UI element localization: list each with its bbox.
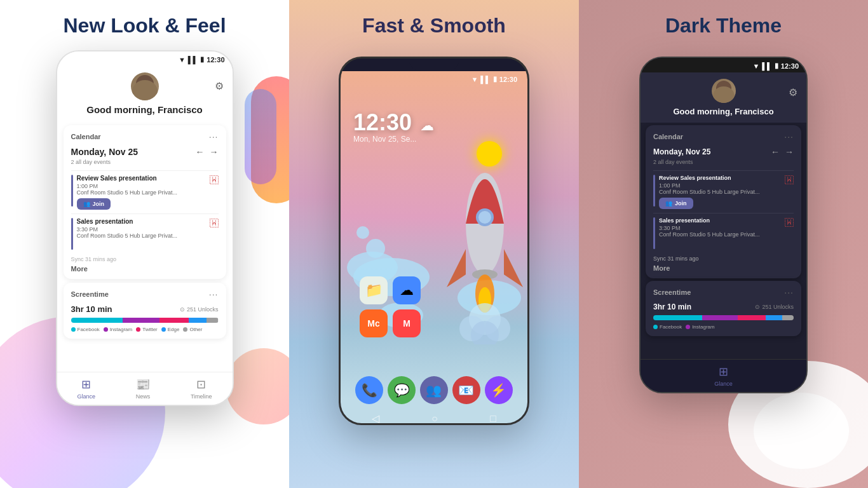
- dock-extra[interactable]: ⚡: [485, 376, 513, 404]
- legend-dot-ig-3: [686, 325, 690, 329]
- legend-facebook-3: Facebook: [653, 324, 682, 330]
- teams-icon: 👥: [426, 383, 442, 398]
- status-bar-1: ▼ ▌▌ ▮ 12:30: [57, 51, 233, 66]
- event-info-1: Review Sales presentation 1:00 PM Conf R…: [77, 175, 206, 210]
- phone2-date: Mon, Nov 25, Se...: [353, 135, 416, 144]
- cal-prev-icon-3[interactable]: ←: [771, 147, 780, 157]
- join-label-3: Join: [675, 200, 687, 207]
- join-btn-1[interactable]: 👥 Join: [77, 198, 111, 210]
- cal-date-3: Monday, Nov 25: [653, 147, 710, 156]
- calendar-label-1: Calendar: [71, 133, 101, 140]
- messages-icon: 💬: [394, 383, 410, 398]
- legend-twitter: Twitter: [136, 327, 158, 332]
- home-gesture: ○: [431, 413, 438, 424]
- wifi-icon-2: ▼: [471, 76, 478, 83]
- nav-glance-1[interactable]: ⊞ Glance: [77, 377, 95, 400]
- progress-twitter-3: [738, 315, 766, 320]
- ms-icon-3: 🇼: [785, 175, 794, 185]
- screentime-dots-1[interactable]: ···: [209, 289, 219, 299]
- event4-title: Sales presentation: [659, 217, 781, 224]
- cal-dots-1[interactable]: ···: [209, 132, 219, 142]
- nav-glance-3[interactable]: ⊞ Glance: [714, 365, 733, 387]
- greeting-1: Good morning, Francisco: [86, 104, 203, 115]
- cal-nav-3: ← →: [771, 147, 794, 157]
- event2-location: Conf Room Studio 5 Hub Large Privat...: [77, 233, 206, 239]
- sync-text-3: Sync 31 mins ago: [653, 255, 794, 262]
- event-dark-2: Sales presentation 3:30 PM Conf Room Stu…: [653, 213, 794, 253]
- unlocks-count-1: 251 Unlocks: [187, 306, 219, 313]
- glance-label-1: Glance: [77, 393, 95, 400]
- avatar-face-3: [713, 86, 735, 103]
- apps-grid: 📁 ☁ Mc M: [360, 276, 421, 337]
- app-icon-3[interactable]: Mc: [360, 309, 388, 337]
- legend-3: Facebook Instagram: [653, 324, 794, 330]
- progress-facebook-1: [71, 318, 123, 323]
- legend-ig-label-3: Instagram: [692, 324, 715, 330]
- progress-other-1: [207, 318, 219, 323]
- nav-news-1[interactable]: 📰 News: [136, 377, 151, 400]
- legend-other-label: Other: [189, 327, 202, 332]
- event4-location: Conf Room Studio 5 Hub Large Privat...: [659, 231, 781, 238]
- phone2-content: ▼ ▌▌ ▮ 12:30 12:30 ☁ Mon, Nov 25, Se...: [341, 71, 527, 425]
- dock-teams[interactable]: 👥: [420, 376, 448, 404]
- legend-instagram-3: Instagram: [686, 324, 715, 330]
- dock-messages[interactable]: 💬: [388, 376, 416, 404]
- legend-facebook: Facebook: [71, 327, 100, 332]
- more-link-1[interactable]: More: [71, 265, 219, 273]
- legend-instagram: Instagram: [104, 327, 133, 332]
- bottom-nav-1: ⊞ Glance 📰 News ⊡ Timeline: [57, 372, 233, 405]
- app-icon-1[interactable]: 📁: [360, 276, 388, 304]
- gear-icon-1[interactable]: ⚙: [215, 80, 224, 92]
- gear-icon-3[interactable]: ⚙: [789, 86, 797, 98]
- phone2-dock: 📞 💬 👥 📧 ⚡: [341, 376, 527, 404]
- cal-date-row-3: Monday, Nov 25 ← →: [653, 147, 794, 157]
- bg-blob-white2: [754, 393, 849, 469]
- news-label-1: News: [136, 393, 151, 400]
- progress-instagram-3: [702, 315, 737, 320]
- status-bar-2: ▼ ▌▌ ▮ 12:30: [341, 71, 527, 87]
- cal-dots-3[interactable]: ···: [784, 132, 794, 142]
- cal-date-row-1: Monday, Nov 25 ← →: [71, 147, 219, 157]
- clock-value: 12:30: [353, 109, 412, 135]
- progress-twitter-1: [159, 318, 189, 323]
- cloud-bubble-2: [356, 226, 369, 239]
- event2-title: Sales presentation: [77, 218, 206, 225]
- cal-next-icon[interactable]: →: [210, 147, 219, 157]
- unlocks-1: ⊙ 251 Unlocks: [180, 306, 219, 313]
- cal-date-1: Monday, Nov 25: [71, 147, 139, 157]
- phone-header-3: ⚙ Good morning, Francisco: [641, 72, 806, 123]
- event1-location: Conf Room Studio 5 Hub Large Privat...: [77, 189, 206, 196]
- sync-text-1: Sync 31 mins ago: [71, 256, 219, 262]
- screentime-header-3: Screentime ···: [653, 287, 794, 297]
- dock-phone[interactable]: 📞: [355, 376, 383, 404]
- cal-card-header-3: Calendar ···: [653, 132, 794, 142]
- cal-prev-icon[interactable]: ←: [196, 147, 205, 157]
- phone-mockup-3: ▼ ▌▌ ▮ 12:30 ⚙ Good morning, Francisco C…: [639, 57, 808, 393]
- event3-title: Review Sales presentation: [659, 175, 781, 181]
- join-btn-3[interactable]: 👥 Join: [659, 198, 693, 209]
- panel3-title: Dark Theme: [665, 14, 782, 37]
- dock-outlook[interactable]: 📧: [452, 376, 480, 404]
- app-icon-1-glyph: 📁: [365, 282, 383, 299]
- event-info-3: Review Sales presentation 1:00 PM Conf R…: [659, 175, 781, 209]
- glance-icon-1: ⊞: [81, 377, 91, 391]
- cal-sub-1: 2 all day events: [71, 159, 219, 165]
- panel-fast-smooth: Fast & Smooth ▼ ▌▌ ▮ 12:30 12:30 ☁ Mon, …: [289, 0, 579, 488]
- panel2-title: Fast & Smooth: [362, 14, 506, 37]
- event-bar-3: [653, 175, 655, 207]
- screentime-dots-3[interactable]: ···: [784, 287, 794, 297]
- rocket-svg: [421, 122, 529, 344]
- app-icon-4[interactable]: M: [393, 309, 421, 337]
- more-link-3[interactable]: More: [653, 264, 794, 272]
- unlocks-3: ⊙ 251 Unlocks: [755, 304, 794, 310]
- teams-icon-1: 👥: [83, 201, 90, 207]
- time-display-1: 12:30: [207, 56, 224, 64]
- cal-next-icon-3[interactable]: →: [785, 147, 794, 157]
- app-icon-2[interactable]: ☁: [393, 276, 421, 304]
- event3-location: Conf Room Studio 5 Hub Large Privat...: [659, 189, 781, 195]
- screentime-time-1: 3hr 10 min: [71, 304, 112, 314]
- event-bar-4: [653, 217, 655, 249]
- rocket-container: [421, 122, 529, 325]
- screentime-card-1: Screentime ··· 3hr 10 min ⊙ 251 Unlocks: [64, 283, 226, 339]
- nav-timeline-1[interactable]: ⊡ Timeline: [191, 377, 212, 400]
